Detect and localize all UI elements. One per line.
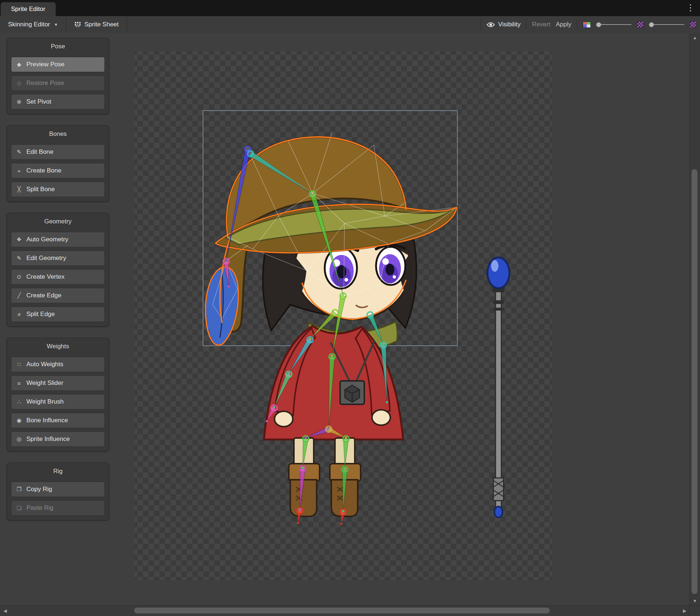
skinning-editor-label: Skinning Editor bbox=[8, 21, 50, 28]
button-label: Auto Geometry bbox=[26, 236, 68, 243]
edit-geometry-button[interactable]: ✎Edit Geometry bbox=[11, 251, 105, 266]
create-vertex-button[interactable]: ⊙Create Vertex bbox=[11, 269, 105, 285]
left-hand bbox=[275, 411, 293, 427]
window-tab-strip: Sprite Editor ⋮ bbox=[0, 0, 700, 16]
button-label: Weight Slider bbox=[26, 379, 63, 387]
tab-sprite-editor[interactable]: Sprite Editor bbox=[1, 2, 56, 16]
vertical-scroll-thumb[interactable] bbox=[692, 169, 697, 594]
staff-pole bbox=[495, 289, 501, 509]
set-pivot-icon: ⊕ bbox=[15, 99, 23, 105]
panel-weights: Weights∷Auto Weights≡Weight Slider∴Weigh… bbox=[7, 338, 109, 452]
tab-title: Sprite Editor bbox=[11, 5, 45, 13]
sprite-sheet-button[interactable]: Sprite Sheet bbox=[66, 16, 127, 33]
panel-pose: Pose◆Preview Pose◇Restore Pose⊕Set Pivot bbox=[7, 38, 109, 114]
edit-bone-icon: ✎ bbox=[15, 149, 23, 155]
create-edge-icon: ╱ bbox=[15, 292, 23, 299]
button-label: Paste Rig bbox=[26, 504, 54, 512]
create-vertex-icon: ⊙ bbox=[15, 274, 23, 280]
button-label: Bone Influence bbox=[26, 417, 68, 424]
toolbar-right-group: Visibility Revert Apply bbox=[480, 16, 700, 33]
preview-pose-icon: ◆ bbox=[15, 61, 23, 68]
panel-rig: Rig❐Copy Rig❏Paste Rig bbox=[7, 463, 109, 520]
panel-title: Weights bbox=[11, 341, 105, 353]
split-bone-button[interactable]: ╳Split Bone bbox=[11, 182, 105, 197]
sprite-influence-button[interactable]: ◎Sprite Influence bbox=[11, 431, 105, 447]
auto-geometry-button[interactable]: ❖Auto Geometry bbox=[11, 232, 105, 247]
apply-button[interactable]: Apply bbox=[556, 21, 571, 28]
edit-bone-button[interactable]: ✎Edit Bone bbox=[11, 144, 105, 160]
horizontal-scroll-thumb[interactable] bbox=[134, 608, 550, 613]
right-eye bbox=[376, 245, 405, 285]
create-bone-icon: + bbox=[15, 168, 23, 174]
restore-pose-icon: ◇ bbox=[15, 80, 23, 86]
button-label: Weight Brush bbox=[26, 398, 64, 405]
button-label: Edit Bone bbox=[26, 148, 54, 156]
button-label: Copy Rig bbox=[26, 486, 52, 493]
scroll-up-arrow[interactable]: ▲ bbox=[690, 34, 700, 42]
edit-geometry-icon: ✎ bbox=[15, 255, 23, 261]
button-label: Sprite Influence bbox=[26, 435, 70, 443]
sprite-sheet-icon bbox=[74, 22, 81, 27]
scroll-right-arrow[interactable]: ▶ bbox=[680, 606, 689, 616]
paste-rig-icon: ❏ bbox=[15, 505, 23, 511]
alpha-checker-icon bbox=[690, 21, 696, 28]
mesh-opacity-icon bbox=[637, 21, 644, 28]
chevron-down-icon: ▼ bbox=[54, 22, 58, 27]
toolbar: Skinning Editor ▼ Sprite Sheet Visibilit… bbox=[0, 16, 700, 33]
button-label: Preview Pose bbox=[26, 61, 65, 68]
auto-geometry-icon: ❖ bbox=[15, 236, 23, 243]
button-label: Create Vertex bbox=[26, 273, 65, 281]
sprite-sheet-label: Sprite Sheet bbox=[84, 21, 119, 28]
weight-brush-button[interactable]: ∴Weight Brush bbox=[11, 394, 105, 409]
kebab-menu-icon[interactable]: ⋮ bbox=[686, 2, 695, 13]
auto-weights-icon: ∷ bbox=[15, 361, 23, 368]
bone-influence-button[interactable]: ◉Bone Influence bbox=[11, 413, 105, 428]
weight-slider-icon: ≡ bbox=[15, 380, 23, 386]
slider-knob[interactable] bbox=[596, 22, 601, 27]
slider-track bbox=[601, 24, 631, 25]
slider-knob[interactable] bbox=[649, 22, 654, 27]
staff-gem bbox=[494, 506, 502, 517]
panel-bones: Bones✎Edit Bone+Create Bone╳Split Bone bbox=[7, 125, 109, 202]
skinning-editor-dropdown[interactable]: Skinning Editor ▼ bbox=[0, 16, 66, 33]
color-swatch-icon[interactable] bbox=[583, 22, 591, 28]
panel-title: Rig bbox=[11, 466, 105, 478]
create-edge-button[interactable]: ╱Create Edge bbox=[11, 288, 105, 303]
preview-pose-button[interactable]: ◆Preview Pose bbox=[11, 57, 105, 72]
visibility-label: Visibility bbox=[498, 21, 520, 28]
restore-pose-button: ◇Restore Pose bbox=[11, 75, 105, 91]
paste-rig-button: ❏Paste Rig bbox=[11, 500, 105, 516]
scroll-down-arrow[interactable]: ▼ bbox=[690, 597, 700, 605]
staff-orb bbox=[487, 257, 509, 288]
panel-title: Geometry bbox=[11, 216, 105, 229]
panel-title: Pose bbox=[11, 41, 105, 53]
shaded-opacity-slider[interactable] bbox=[596, 22, 631, 27]
bone-opacity-slider[interactable] bbox=[649, 22, 684, 27]
toolbar-separator bbox=[577, 19, 577, 30]
visibility-button[interactable]: Visibility bbox=[486, 21, 520, 28]
button-label: Split Bone bbox=[26, 186, 55, 193]
button-label: Split Edge bbox=[26, 311, 55, 318]
horizontal-scrollbar[interactable]: ◀ ▶ bbox=[0, 605, 690, 616]
auto-weights-button[interactable]: ∷Auto Weights bbox=[11, 357, 105, 372]
button-label: Create Edge bbox=[26, 292, 61, 299]
copy-rig-icon: ❐ bbox=[15, 486, 23, 493]
vertical-scrollbar[interactable]: ▲ ▼ bbox=[689, 33, 700, 606]
weight-brush-icon: ∴ bbox=[15, 398, 23, 405]
copy-rig-button[interactable]: ❐Copy Rig bbox=[11, 482, 105, 497]
split-edge-button[interactable]: ≠Split Edge bbox=[11, 307, 105, 322]
create-bone-button[interactable]: +Create Bone bbox=[11, 163, 105, 178]
left-boot bbox=[290, 480, 317, 516]
slider-track bbox=[654, 24, 684, 25]
sprite-influence-icon: ◎ bbox=[15, 436, 23, 442]
set-pivot-button[interactable]: ⊕Set Pivot bbox=[11, 94, 105, 110]
right-hand bbox=[372, 410, 390, 425]
weight-slider-button[interactable]: ≡Weight Slider bbox=[11, 375, 105, 391]
button-label: Set Pivot bbox=[26, 98, 51, 105]
sidebar: Pose◆Preview Pose◇Restore Pose⊕Set Pivot… bbox=[7, 38, 109, 520]
scroll-left-arrow[interactable]: ◀ bbox=[1, 606, 10, 616]
scrollbar-corner bbox=[689, 605, 700, 616]
button-label: Auto Weights bbox=[26, 361, 63, 368]
bone-influence-icon: ◉ bbox=[15, 417, 23, 424]
toolbar-separator bbox=[480, 19, 481, 30]
